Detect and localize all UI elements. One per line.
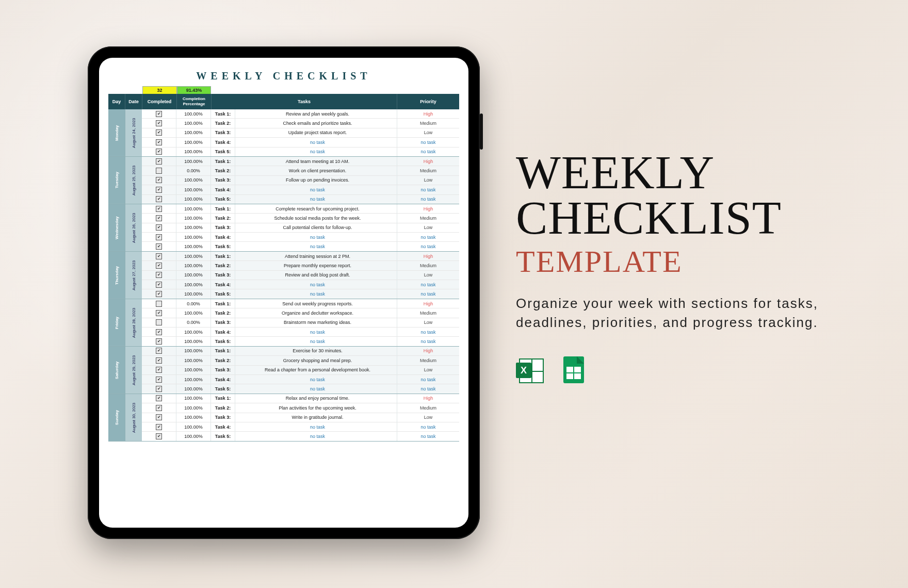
days-container: MondayAugust 24, 2023100.00%Task 1:Revie… — [108, 109, 459, 442]
task-row: 100.00%Task 5:no taskno task — [142, 148, 459, 156]
marketing-block: WEEKLY CHECKLIST TEMPLATE Organize your … — [516, 150, 867, 384]
task-desc: Follow up on pending invoices. — [235, 176, 397, 185]
checkbox[interactable] — [156, 386, 162, 392]
task-desc: no task — [235, 432, 397, 440]
task-row: 100.00%Task 2:Check emails and prioritiz… — [142, 119, 459, 128]
percent-cell: 100.00% — [176, 403, 211, 412]
checkbox[interactable] — [156, 263, 162, 269]
checkbox[interactable] — [156, 120, 162, 126]
checkbox[interactable] — [156, 139, 162, 145]
priority-cell: Low — [397, 366, 459, 374]
completed-cell — [142, 280, 176, 289]
checkbox[interactable] — [156, 414, 162, 420]
checkbox[interactable] — [156, 329, 162, 335]
task-row: 100.00%Task 2:Plan activities for the up… — [142, 403, 459, 413]
percent-cell: 100.00% — [176, 214, 211, 222]
checkbox[interactable] — [156, 111, 162, 117]
checkbox[interactable] — [156, 405, 162, 411]
task-label: Task 1: — [211, 109, 235, 118]
spreadsheet: WEEKLY CHECKLIST 32 91.43% Day Date Comp… — [108, 67, 459, 518]
checkbox[interactable] — [156, 310, 162, 316]
priority-cell: Low — [397, 413, 459, 422]
completed-cell — [142, 138, 176, 146]
summary-count: 32 — [142, 86, 177, 94]
checkbox[interactable] — [156, 187, 162, 193]
task-desc: Organize and declutter workspace. — [235, 308, 397, 317]
checkbox[interactable] — [156, 433, 162, 439]
task-row: 100.00%Task 4:no taskno task — [142, 233, 459, 242]
percent-cell: 100.00% — [176, 138, 211, 146]
checkbox[interactable] — [156, 243, 162, 250]
task-desc: no task — [235, 233, 397, 241]
completed-cell — [142, 337, 176, 346]
percent-cell: 100.00% — [176, 375, 211, 384]
checkbox[interactable] — [156, 215, 162, 221]
task-label: Task 2: — [211, 308, 235, 317]
checkbox[interactable] — [156, 177, 162, 183]
checkbox[interactable] — [156, 234, 162, 240]
checkbox[interactable] — [156, 149, 162, 155]
priority-cell: High — [397, 157, 459, 166]
task-desc: no task — [235, 148, 397, 156]
checkbox[interactable] — [156, 206, 162, 212]
checkbox[interactable] — [156, 301, 162, 307]
day-name: Friday — [108, 299, 125, 346]
task-desc: no task — [235, 138, 397, 146]
checkbox[interactable] — [156, 158, 162, 165]
priority-cell: Low — [397, 223, 459, 232]
task-rows: 100.00%Task 1:Relax and enjoy personal t… — [142, 394, 459, 441]
percent-cell: 100.00% — [176, 233, 211, 241]
percent-cell: 100.00% — [176, 119, 211, 127]
checkbox[interactable] — [156, 291, 162, 297]
task-rows: 100.00%Task 1:Attend training session at… — [142, 252, 459, 299]
task-desc: Relax and enjoy personal time. — [235, 394, 397, 403]
headline: WEEKLY CHECKLIST — [516, 150, 867, 241]
checkbox[interactable] — [156, 129, 162, 136]
task-label: Task 4: — [211, 138, 235, 146]
day-block: FridayAugust 28, 20230.00%Task 1:Send ou… — [108, 299, 459, 347]
checkbox[interactable] — [156, 424, 162, 430]
task-desc: no task — [235, 422, 397, 431]
task-desc: Update project status report. — [235, 128, 397, 137]
checkbox[interactable] — [156, 224, 162, 231]
percent-cell: 100.00% — [176, 252, 211, 260]
task-desc: Review and edit blog post draft. — [235, 271, 397, 280]
checkbox[interactable] — [156, 253, 162, 259]
checkbox[interactable] — [156, 338, 162, 345]
checkbox[interactable] — [156, 196, 162, 202]
checkbox[interactable] — [156, 377, 162, 383]
checkbox[interactable] — [156, 348, 162, 354]
checkbox[interactable] — [156, 395, 162, 401]
task-label: Task 4: — [211, 233, 235, 241]
priority-cell: Medium — [397, 166, 459, 175]
task-row: 100.00%Task 4:no taskno task — [142, 422, 459, 432]
checkbox[interactable] — [156, 357, 162, 364]
checkbox[interactable] — [156, 282, 162, 288]
completed-cell — [142, 204, 176, 213]
task-label: Task 4: — [211, 422, 235, 431]
task-label: Task 4: — [211, 328, 235, 336]
checkbox[interactable] — [156, 272, 162, 278]
checkbox[interactable] — [156, 367, 162, 373]
day-date: August 29, 2023 — [125, 347, 142, 394]
day-block: TuesdayAugust 25, 2023100.00%Task 1:Atte… — [108, 157, 459, 204]
checkbox[interactable] — [156, 319, 162, 325]
priority-cell: High — [397, 252, 459, 260]
task-label: Task 1: — [211, 204, 235, 213]
percent-cell: 100.00% — [176, 176, 211, 185]
task-label: Task 2: — [211, 403, 235, 412]
priority-cell: High — [397, 347, 459, 355]
percent-cell: 100.00% — [176, 422, 211, 431]
google-sheets-icon — [559, 355, 588, 384]
day-name: Thursday — [108, 252, 125, 299]
task-rows: 0.00%Task 1:Send out weekly progress rep… — [142, 299, 459, 346]
completed-cell — [142, 318, 176, 327]
percent-cell: 100.00% — [176, 204, 211, 213]
completed-cell — [142, 375, 176, 384]
task-row: 100.00%Task 2:Grocery shopping and meal … — [142, 356, 459, 365]
task-label: Task 1: — [211, 347, 235, 355]
task-row: 100.00%Task 4:no taskno task — [142, 138, 459, 147]
checkbox[interactable] — [156, 168, 162, 174]
percent-cell: 100.00% — [176, 242, 211, 251]
completed-cell — [142, 109, 176, 118]
